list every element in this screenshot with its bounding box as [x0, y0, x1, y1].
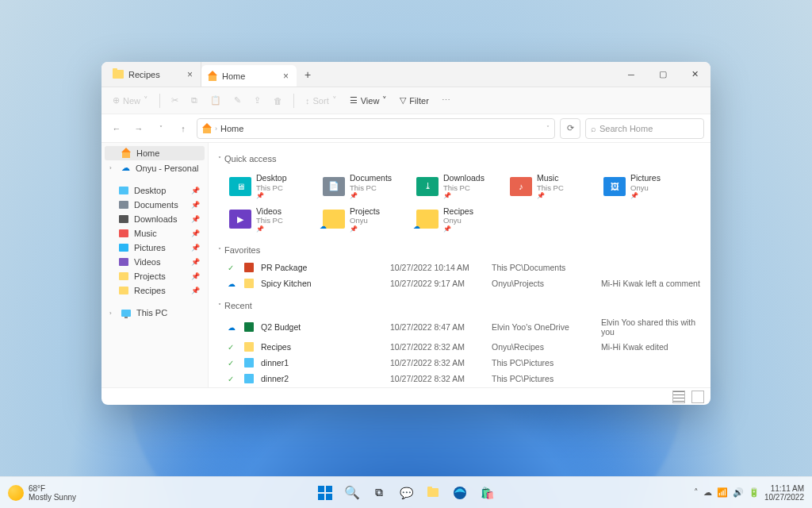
- clock[interactable]: 11:11 AM 10/27/2022: [764, 484, 804, 502]
- address-bar[interactable]: › Home ˅: [197, 118, 555, 139]
- taskbar: 68°F Mostly Sunny 🔍 ⧉ 💬 🛍️ ˄ ☁ 📶 🔊 🔋 11:…: [0, 476, 812, 508]
- paste-button[interactable]: 📋: [205, 92, 226, 109]
- close-icon[interactable]: ×: [282, 71, 290, 82]
- xls-icon: [243, 321, 255, 333]
- file-row[interactable]: ✓ dinner1 10/27/2022 8:32 AM This PC\Pic…: [218, 355, 701, 371]
- pin-icon: 📌: [191, 272, 200, 280]
- pin-icon: 📌: [191, 215, 200, 223]
- view-button[interactable]: ☰ View ˅: [345, 92, 393, 109]
- search-icon: ⌕: [591, 124, 596, 133]
- file-explorer-button[interactable]: [421, 481, 445, 505]
- sidebar-item-pictures[interactable]: Pictures📌: [102, 241, 208, 255]
- quick-access-desktop[interactable]: 🖥 DesktopThis PC📌: [228, 171, 315, 202]
- refresh-button[interactable]: ⟳: [560, 118, 580, 139]
- sidebar-item-videos[interactable]: Videos📌: [102, 255, 208, 269]
- navigation-pane: Home ›☁ Onyu - Personal Desktop📌Document…: [102, 143, 209, 387]
- sync-status-icon: ☁: [228, 279, 237, 288]
- tab-recipes[interactable]: Recipes ×: [106, 62, 201, 87]
- quick-access-documents[interactable]: 📄 DocumentsThis PC📌: [321, 171, 408, 202]
- close-icon[interactable]: ×: [186, 69, 194, 80]
- forward-button[interactable]: →: [130, 120, 147, 137]
- chevron-up-icon[interactable]: ˄: [694, 487, 699, 498]
- file-row[interactable]: ☁ Spicy Kitchen 10/27/2022 9:17 AM Onyu\…: [218, 275, 701, 291]
- sort-button[interactable]: ↕ Sort ˅: [301, 92, 342, 109]
- back-button[interactable]: ←: [108, 120, 125, 137]
- quick-access-videos[interactable]: ▶ VideosThis PC📌: [228, 205, 315, 235]
- sidebar-item-recipes[interactable]: Recipes📌: [102, 283, 208, 298]
- file-row[interactable]: ☁ Q2 Budget 10/27/2022 8:47 AM Elvin Yoo…: [218, 315, 701, 339]
- pin-icon: 📌: [191, 201, 200, 209]
- sidebar-item-downloads[interactable]: Downloads📌: [102, 212, 208, 226]
- quick-access-downloads[interactable]: ⤓ DownloadsThis PC📌: [415, 171, 502, 202]
- svg-rect-0: [318, 486, 324, 492]
- breadcrumb-item[interactable]: Home: [220, 124, 243, 133]
- details-view-button[interactable]: [672, 391, 685, 403]
- quick-access-music[interactable]: ♪ MusicThis PC📌: [508, 171, 596, 202]
- recent-locations-button[interactable]: ˅: [152, 120, 170, 137]
- group-quick-access[interactable]: ˅Quick access: [218, 149, 701, 168]
- sidebar-item-music[interactable]: Music📌: [102, 226, 208, 241]
- edge-button[interactable]: [448, 481, 472, 505]
- up-button[interactable]: ↑: [174, 120, 192, 137]
- new-button[interactable]: ⊕ New ˅: [108, 92, 153, 109]
- folder-icon: ▶: [229, 210, 251, 229]
- icons-view-button[interactable]: [691, 391, 704, 403]
- chevron-down-icon[interactable]: ˅: [546, 125, 550, 132]
- volume-icon[interactable]: 🔊: [733, 487, 744, 498]
- pic-icon: [119, 244, 128, 252]
- folder-icon: [243, 341, 255, 352]
- minimize-button[interactable]: ─: [615, 62, 647, 87]
- quick-access-pictures[interactable]: 🖼 PicturesOnyu📌: [602, 171, 689, 202]
- home-icon: [208, 71, 217, 81]
- pin-icon: 📌: [191, 258, 200, 266]
- sidebar-item-projects[interactable]: Projects📌: [102, 269, 208, 283]
- rename-button[interactable]: ✎: [229, 92, 246, 109]
- file-row[interactable]: ✓ Recipes 10/27/2022 8:32 AM Onyu\Recipe…: [218, 339, 701, 355]
- close-window-button[interactable]: ✕: [679, 62, 710, 87]
- quick-access-recipes[interactable]: ☁ RecipesOnyu📌: [415, 205, 502, 235]
- music-icon: [119, 229, 128, 237]
- file-row[interactable]: ✓ dinner2 10/27/2022 8:32 AM This PC\Pic…: [218, 371, 701, 387]
- sidebar-item-documents[interactable]: Documents📌: [102, 198, 208, 212]
- chat-button[interactable]: 💬: [394, 481, 418, 505]
- tab-label: Home: [222, 71, 277, 81]
- sidebar-item-home[interactable]: Home: [105, 146, 205, 160]
- svg-rect-1: [326, 486, 332, 492]
- search-input[interactable]: ⌕ Search Home: [585, 118, 704, 139]
- monitor-icon: [121, 310, 131, 317]
- maximize-button[interactable]: ▢: [647, 62, 679, 87]
- new-tab-button[interactable]: +: [297, 62, 319, 87]
- folder-icon: [243, 278, 255, 289]
- quick-access-projects[interactable]: ☁ ProjectsOnyu📌: [321, 205, 408, 235]
- delete-button[interactable]: 🗑: [269, 93, 287, 109]
- sidebar-item-thispc[interactable]: › This PC: [102, 306, 208, 320]
- weather-widget[interactable]: 68°F Mostly Sunny: [0, 484, 76, 502]
- onedrive-tray-icon[interactable]: ☁: [703, 487, 712, 498]
- battery-icon[interactable]: 🔋: [749, 487, 760, 498]
- file-row[interactable]: ✓ PR Package 10/27/2022 10:14 AM This PC…: [218, 260, 701, 275]
- img-icon: [243, 357, 255, 368]
- wifi-icon[interactable]: 📶: [717, 487, 728, 498]
- start-button[interactable]: [313, 481, 337, 505]
- sidebar-item-onedrive[interactable]: ›☁ Onyu - Personal: [102, 160, 208, 175]
- command-bar: ⊕ New ˅ ✂ ⧉ 📋 ✎ ⇪ 🗑 ↕ Sort ˅ ☰ View ˅ ▽ …: [102, 87, 710, 114]
- task-view-button[interactable]: ⧉: [367, 481, 391, 505]
- address-row: ← → ˅ ↑ › Home ˅ ⟳ ⌕ Search Home: [102, 114, 710, 143]
- sync-status-icon: ☁: [228, 323, 237, 332]
- filter-button[interactable]: ▽ Filter: [395, 92, 433, 109]
- sidebar-item-desktop[interactable]: Desktop📌: [102, 183, 208, 198]
- tab-home[interactable]: Home ×: [201, 65, 297, 87]
- group-favorites[interactable]: ˅Favorites: [218, 241, 701, 260]
- sync-status-icon: ✓: [228, 264, 237, 272]
- svg-point-4: [454, 487, 466, 499]
- store-button[interactable]: 🛍️: [475, 481, 499, 505]
- more-button[interactable]: ⋯: [437, 92, 455, 109]
- search-button[interactable]: 🔍: [340, 481, 364, 505]
- cut-button[interactable]: ✂: [167, 92, 183, 109]
- folder-icon: [119, 287, 128, 294]
- group-recent[interactable]: ˅Recent: [218, 296, 701, 315]
- share-button[interactable]: ⇪: [249, 92, 266, 109]
- sync-status-icon: ✓: [228, 359, 237, 368]
- copy-button[interactable]: ⧉: [186, 92, 202, 109]
- sun-icon: [8, 485, 24, 501]
